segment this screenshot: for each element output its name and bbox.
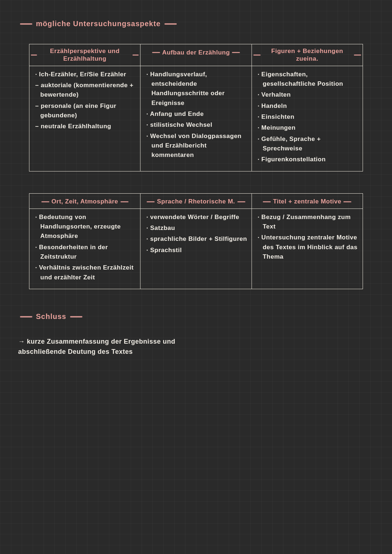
list-item: Besonderheiten in der Zeitstruktur bbox=[35, 243, 136, 262]
list-item: Gefühle, Sprache + Sprechweise bbox=[258, 134, 358, 154]
t1-cell-1: Ich-Erzähler, Er/Sie Erzähler auktoriale… bbox=[29, 66, 140, 171]
section-heading-text: mögliche Untersuchungsaspekte bbox=[36, 18, 161, 29]
schluss-heading-text: Schluss bbox=[36, 311, 66, 322]
t2-header-3-text: Titel + zentrale Motive bbox=[273, 198, 341, 205]
t1-cell-2: Handlungsverlauf, entscheidende Handlung… bbox=[140, 66, 252, 171]
t2-header-3: Titel + zentrale Motive bbox=[252, 193, 363, 209]
list-item: Satzbau bbox=[146, 223, 247, 233]
t2-cell-3: Bezug / Zusammenhang zum Text Untersuchu… bbox=[252, 209, 363, 289]
list-item: stilistische Wechsel bbox=[146, 120, 247, 130]
list-item: auktoriale (kommentierende + bewertende) bbox=[35, 81, 136, 100]
t2-cell-2: verwendete Wörter / Begriffe Satzbau spr… bbox=[140, 209, 252, 289]
t1-cell-3: Eigenschaften, gesellschaftliche Positio… bbox=[252, 66, 363, 171]
list-item: Untersuchung zentraler Motive des Textes… bbox=[258, 233, 358, 262]
t2-header-2: Sprache / Rhetorische M. bbox=[140, 193, 252, 209]
list-item: Figurenkonstellation bbox=[258, 155, 358, 164]
list-item: Bedeutung von Handlungsorten, erzeugte A… bbox=[35, 213, 136, 241]
section-heading: mögliche Untersuchungsaspekte bbox=[20, 18, 377, 29]
aspects-table-1: Erzählperspektive und Erzählhaltung Aufb… bbox=[29, 44, 363, 171]
decor-bar-right bbox=[70, 316, 82, 318]
list-item: Handeln bbox=[258, 101, 358, 111]
t2-header-1: Ort, Zeit, Atmosphäre bbox=[29, 193, 140, 209]
list-item: Anfang und Ende bbox=[146, 109, 247, 119]
list-item: Verhalten bbox=[258, 90, 358, 100]
decor-bar-right bbox=[164, 23, 177, 25]
t1-header-2: Aufbau der Erzählung bbox=[140, 44, 252, 66]
list-item: Handlungsverlauf, entscheidende Handlung… bbox=[146, 70, 247, 108]
decor-bar-left bbox=[20, 316, 32, 318]
list-item: Meinungen bbox=[258, 123, 358, 133]
list-item: Einsichten bbox=[258, 112, 358, 122]
t1-header-3-text: Figuren + Beziehungen zueina. bbox=[263, 47, 352, 63]
decor-bar-left bbox=[20, 23, 32, 25]
t1-header-3: Figuren + Beziehungen zueina. bbox=[252, 44, 363, 66]
list-item: Sprachstil bbox=[146, 246, 247, 255]
t1-header-1-text: Erzählperspektive und Erzählhaltung bbox=[39, 47, 130, 63]
list-item: Eigenschaften, gesellschaftliche Positio… bbox=[258, 70, 358, 89]
t2-header-1-text: Ort, Zeit, Atmosphäre bbox=[52, 198, 118, 205]
t1-header-1: Erzählperspektive und Erzählhaltung bbox=[29, 44, 140, 66]
list-item: Verhältnis zwischen Erzählzeit und erzäh… bbox=[35, 263, 136, 282]
list-item: Ich-Erzähler, Er/Sie Erzähler bbox=[35, 70, 136, 79]
list-item: sprachliche Bilder + Stilfiguren bbox=[146, 234, 247, 244]
list-item: Wechsel von Dialogpassagen und Erzählber… bbox=[146, 132, 247, 160]
t2-header-2-text: Sprache / Rhetorische M. bbox=[157, 198, 235, 205]
aspects-table-2: Ort, Zeit, Atmosphäre Sprache / Rhetoris… bbox=[29, 193, 363, 290]
list-item: neutrale Erzählhaltung bbox=[35, 122, 136, 131]
list-item: Bezug / Zusammenhang zum Text bbox=[258, 213, 358, 232]
t1-header-2-text: Aufbau der Erzählung bbox=[162, 49, 230, 56]
list-item: verwendete Wörter / Begriffe bbox=[146, 213, 247, 222]
t2-cell-1: Bedeutung von Handlungsorten, erzeugte A… bbox=[29, 209, 140, 289]
list-item: personale (an eine Figur gebundene) bbox=[35, 101, 136, 121]
schluss-heading: Schluss bbox=[20, 311, 377, 322]
summary-text: → kurze Zusammenfassung der Ergebnisse u… bbox=[18, 337, 221, 357]
